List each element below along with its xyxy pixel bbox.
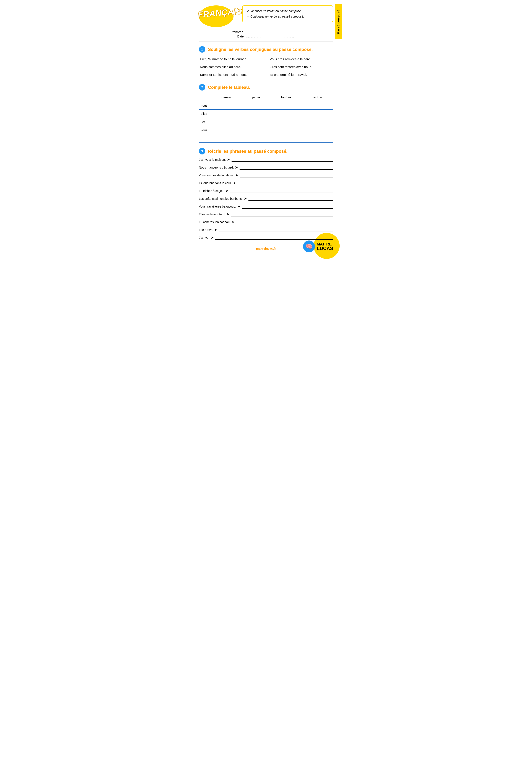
answer-line-9[interactable] — [236, 220, 333, 224]
answer-line-2[interactable] — [240, 165, 333, 169]
objectives-box: Identifier un verbe au passé composé. Co… — [242, 5, 333, 22]
phrase-10: Elle arrive. — [199, 228, 213, 232]
pronoun-elles: elles — [199, 110, 211, 118]
cell-il-rentrer[interactable] — [302, 134, 333, 143]
cell-je-danser[interactable] — [211, 118, 242, 126]
logo-area: FRANÇAIS — [199, 4, 238, 28]
phrase-11: J'arrive. — [199, 235, 210, 240]
arrow-icon: ➤ — [226, 188, 228, 193]
objective2: Conjuguer un verbe au passé composé. — [247, 14, 328, 19]
cell-nous-danser[interactable] — [211, 101, 242, 110]
pronoun-il: il — [199, 134, 211, 143]
list-item: J'arrive. ➤ — [199, 235, 333, 240]
cell-nous-rentrer[interactable] — [302, 101, 333, 110]
table-row: vous — [199, 126, 333, 134]
cell-je-rentrer[interactable] — [302, 118, 333, 126]
cell-je-tomber[interactable] — [270, 118, 302, 126]
cell-vous-rentrer[interactable] — [302, 126, 333, 134]
sentence-3: Samir et Louise ont joué au foot. — [200, 71, 264, 79]
cell-il-danser[interactable] — [211, 134, 242, 143]
list-item: Vous tombez de la falaise. ➤ — [199, 173, 333, 178]
table-row: nous — [199, 101, 333, 110]
answer-line-3[interactable] — [240, 173, 333, 177]
sentence-2: Nous sommes allés au parc. — [200, 63, 264, 71]
answer-line-7[interactable] — [242, 204, 333, 209]
col-danser: danser — [211, 93, 242, 101]
arrow-icon: ➤ — [232, 219, 235, 225]
sentence-4: Vous êtes arrivées à la gare. — [270, 55, 333, 63]
prenom-date: Prénom : ………………………………………………… Date : …………… — [199, 30, 333, 38]
exercise3-title: Récris les phrases au passé composé. — [208, 149, 287, 154]
col-rentrer: rentrer — [302, 93, 333, 101]
table-row: Je/j' — [199, 118, 333, 126]
footer: maitrelucas.fr 🧠 MAÎTRE LUCAS — [199, 247, 333, 250]
list-item: Elles se lèvent tard. ➤ — [199, 212, 333, 217]
exercise3-section: 3 Récris les phrases au passé composé. J… — [199, 148, 333, 240]
list-item: Tu achètes ton cadeau. ➤ — [199, 219, 333, 225]
empty-header — [199, 93, 211, 101]
cell-il-tomber[interactable] — [270, 134, 302, 143]
prenom-label: Prénom : — [231, 30, 243, 34]
phrase-8: Elles se lèvent tard. — [199, 212, 225, 217]
list-item: Ils joueront dans la cour. ➤ — [199, 180, 333, 186]
arrow-icon: ➤ — [233, 180, 236, 186]
exercise1-number: 1 — [199, 46, 205, 53]
arrow-icon: ➤ — [244, 196, 247, 201]
exercise3-number: 3 — [199, 148, 205, 155]
exercise1-section: 1 Souligne les verbes conjugués au passé… — [199, 46, 333, 79]
brain-emoji: 🧠 — [305, 243, 313, 250]
lucas-label: LUCAS — [317, 246, 333, 251]
phrase-9: Tu achètes ton cadeau. — [199, 220, 230, 224]
cell-elles-parler[interactable] — [242, 110, 270, 118]
date-dots: ………………………………………… — [246, 35, 295, 38]
sentence-1: Hier, j'ai marché toute la journée. — [200, 55, 264, 63]
answer-line-6[interactable] — [249, 197, 333, 201]
cell-nous-tomber[interactable] — [270, 101, 302, 110]
exercise2-title: Complète le tableau. — [208, 85, 250, 90]
cell-elles-danser[interactable] — [211, 110, 242, 118]
header: FRANÇAIS Identifier un verbe au passé co… — [199, 4, 333, 28]
verb-table: danser parler tomber rentrer nous elles — [199, 93, 333, 143]
table-header-row: danser parler tomber rentrer — [199, 93, 333, 101]
date-label: Date : — [237, 35, 245, 38]
list-item: Les enfants aiment les bonbons. ➤ — [199, 196, 333, 201]
answer-line-11[interactable] — [215, 235, 333, 240]
cell-vous-parler[interactable] — [242, 126, 270, 134]
rewrite-list: J'arrive à la maison. ➤ Nous mangeons tr… — [199, 157, 333, 240]
phrase-7: Vous travaillerez beaucoup. — [199, 204, 236, 209]
sentences-grid: Hier, j'ai marché toute la journée. Vous… — [200, 55, 333, 79]
maitre-label: MAÎTRE — [317, 242, 332, 246]
list-item: J'arrive à la maison. ➤ — [199, 157, 333, 162]
exercise3-title-row: 3 Récris les phrases au passé composé. — [199, 148, 333, 155]
arrow-icon: ➤ — [226, 212, 229, 217]
list-item: Tu triches à ce jeu. ➤ — [199, 188, 333, 193]
cell-vous-tomber[interactable] — [270, 126, 302, 134]
col-parler: parler — [242, 93, 270, 101]
phrase-1: J'arrive à la maison. — [199, 158, 226, 162]
cell-vous-danser[interactable] — [211, 126, 242, 134]
pronoun-je: Je/j' — [199, 118, 211, 126]
prenom-dots: ………………………………………………… — [244, 30, 301, 34]
cell-elles-rentrer[interactable] — [302, 110, 333, 118]
date-line: Date : ………………………………………… — [199, 35, 333, 38]
answer-line-4[interactable] — [238, 181, 333, 185]
arrow-icon: ➤ — [235, 173, 238, 178]
footer-logo: 🧠 MAÎTRE LUCAS — [303, 240, 333, 252]
phrase-2: Nous mangeons très tard. — [199, 165, 234, 170]
exercise1-title-row: 1 Souligne les verbes conjugués au passé… — [199, 46, 333, 53]
answer-line-8[interactable] — [231, 212, 333, 216]
cell-nous-parler[interactable] — [242, 101, 270, 110]
list-item: Nous mangeons très tard. ➤ — [199, 165, 333, 170]
phrase-5: Tu triches à ce jeu. — [199, 189, 224, 193]
answer-line-5[interactable] — [230, 189, 333, 193]
cell-il-parler[interactable] — [242, 134, 270, 143]
arrow-icon: ➤ — [215, 227, 217, 232]
cell-elles-tomber[interactable] — [270, 110, 302, 118]
table-row: il — [199, 134, 333, 143]
cell-je-parler[interactable] — [242, 118, 270, 126]
exercise1-title: Souligne les verbes conjugués au passé c… — [208, 47, 313, 52]
arrow-icon: ➤ — [237, 204, 240, 209]
answer-line-10[interactable] — [219, 228, 333, 232]
answer-line-1[interactable] — [231, 158, 333, 162]
side-tab: Passé composé — [335, 4, 342, 39]
